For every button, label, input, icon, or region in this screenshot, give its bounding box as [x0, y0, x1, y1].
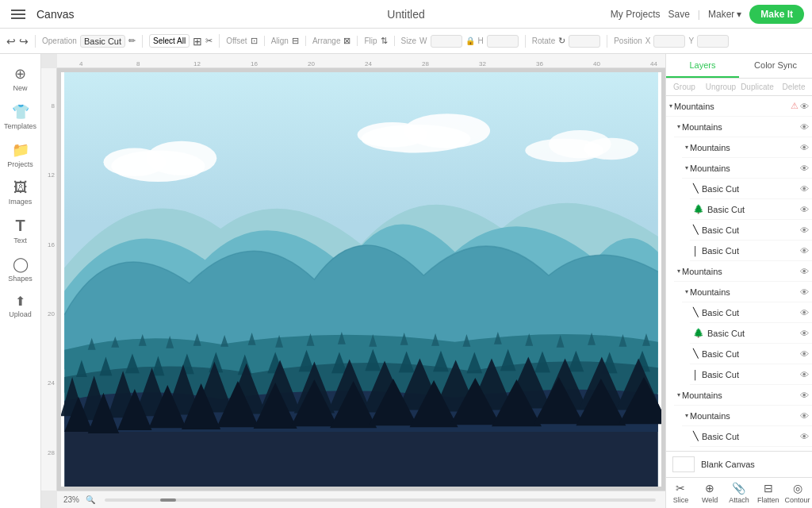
- layer-item[interactable]: │ Basic Cut 👁: [690, 241, 812, 261]
- height-input[interactable]: [487, 35, 519, 48]
- expand-arrow[interactable]: ▾: [677, 267, 680, 275]
- edit-pencil-icon[interactable]: ✏: [128, 36, 136, 46]
- expand-arrow[interactable]: ▾: [685, 164, 688, 171]
- blank-canvas-row[interactable]: Blank Canvas: [666, 452, 812, 477]
- width-input[interactable]: [431, 35, 462, 48]
- sidebar-item-text[interactable]: T Text: [2, 212, 39, 249]
- slice-tool[interactable]: ✂ Slice: [666, 478, 695, 508]
- slash-icon: ╲: [693, 225, 699, 235]
- panel-bottom: Blank Canvas: [666, 451, 812, 477]
- undo-icon[interactable]: ↩: [6, 35, 16, 48]
- layer-item[interactable]: │ Basic Cut 👁: [690, 364, 812, 385]
- edit-icon[interactable]: ✂: [205, 36, 213, 46]
- visibility-icon[interactable]: 👁: [800, 143, 809, 152]
- canvas-area[interactable]: 4 8 12 16 20 24 28 32 36 40 44 8 12 16 2…: [41, 54, 665, 508]
- layer-item[interactable]: ▾ Mountains 👁: [674, 385, 812, 406]
- layer-item[interactable]: ▾ Mountains 👁: [674, 261, 812, 282]
- sidebar-item-projects[interactable]: 📁 Projects: [2, 137, 39, 173]
- lock-icon[interactable]: 🔒: [465, 37, 475, 45]
- visibility-icon[interactable]: 👁: [800, 391, 809, 400]
- flatten-tool[interactable]: ⊟ Flatten: [753, 478, 783, 508]
- templates-icon: 👕: [12, 103, 29, 121]
- visibility-icon[interactable]: 👁: [800, 329, 809, 338]
- layer-item[interactable]: ▾ Mountains 👁: [682, 158, 812, 179]
- sidebar-item-images[interactable]: 🖼 Images: [2, 175, 39, 210]
- expand-arrow[interactable]: ▾: [685, 288, 688, 295]
- tab-color-sync[interactable]: Color Sync: [739, 54, 812, 78]
- visibility-icon[interactable]: 👁: [800, 432, 809, 441]
- layer-item[interactable]: ╲ Basic Cut 👁: [690, 302, 812, 323]
- visibility-icon[interactable]: 👁: [800, 246, 809, 256]
- x-input[interactable]: [653, 35, 685, 48]
- select-all-button[interactable]: Select All: [149, 34, 190, 48]
- sidebar-item-templates[interactable]: 👕 Templates: [2, 98, 39, 135]
- panel-tabs: Layers Color Sync: [666, 54, 812, 79]
- expand-arrow[interactable]: ▾: [685, 144, 688, 151]
- visibility-icon[interactable]: 👁: [800, 102, 809, 111]
- layers-list: ▾ Mountains ⚠ 👁 ▾ Mountains 👁 ▾ Mountain…: [666, 96, 812, 451]
- expand-arrow[interactable]: ▾: [685, 412, 688, 419]
- rotate-input[interactable]: [569, 35, 600, 48]
- group-button[interactable]: Group: [666, 79, 703, 95]
- make-it-button[interactable]: Make It: [749, 5, 804, 24]
- layer-item[interactable]: ╲ Basic Cut 👁: [690, 344, 812, 364]
- visibility-icon[interactable]: 👁: [800, 164, 809, 173]
- expand-arrow[interactable]: ▾: [677, 123, 680, 130]
- offset-icon[interactable]: ⊡: [251, 36, 258, 46]
- layer-item[interactable]: ╲ Basic Cut 👁: [690, 179, 812, 199]
- layer-item[interactable]: ╲ Basic Cut 👁: [690, 426, 812, 447]
- canvas-content[interactable]: [61, 72, 661, 487]
- layer-item[interactable]: ╲ Basic Cut 👁: [690, 220, 812, 241]
- zoom-icon: 🔍: [86, 495, 95, 504]
- visibility-icon[interactable]: 👁: [800, 122, 809, 132]
- weld-tool[interactable]: ⊕ Weld: [695, 478, 725, 508]
- visibility-icon[interactable]: 👁: [800, 287, 809, 297]
- layer-item[interactable]: ▾ Mountains ⚠ 👁: [666, 96, 812, 117]
- my-projects-button[interactable]: My Projects: [611, 9, 661, 20]
- arrange-icon[interactable]: ⊠: [343, 36, 350, 46]
- visibility-icon[interactable]: 👁: [800, 370, 809, 379]
- visibility-icon[interactable]: 👁: [800, 411, 809, 421]
- ungroup-button[interactable]: Ungroup: [703, 79, 739, 95]
- layer-item[interactable]: ▾ Mountains 👁: [682, 137, 812, 158]
- new-icon: ⊕: [14, 65, 26, 83]
- tree-icon: 🌲: [693, 204, 704, 214]
- visibility-icon[interactable]: 👁: [800, 267, 809, 276]
- menu-button[interactable]: [8, 6, 29, 22]
- layer-item[interactable]: 🌲 Basic Cut 👁: [690, 199, 812, 220]
- attach-tool[interactable]: 📎 Attach: [725, 478, 754, 508]
- flip-icon[interactable]: ⇅: [381, 36, 388, 46]
- canvas-title: Canvas: [36, 8, 74, 21]
- delete-button[interactable]: Delete: [776, 79, 812, 95]
- save-button[interactable]: Save: [668, 9, 689, 20]
- toolbar-flip: Flip ⇅: [364, 36, 394, 46]
- canvas-background[interactable]: [57, 68, 665, 491]
- select-icon[interactable]: ⊞: [193, 35, 202, 48]
- y-input[interactable]: [697, 35, 729, 48]
- visibility-icon[interactable]: 👁: [800, 184, 809, 194]
- layer-item[interactable]: ▾ Mountains 👁: [674, 117, 812, 137]
- sidebar-item-shapes[interactable]: ◯ Shapes: [2, 251, 39, 287]
- layer-item[interactable]: ▾ Mountains 👁: [682, 282, 812, 302]
- maker-button[interactable]: Maker ▾: [708, 9, 741, 20]
- toolbar-size: Size W 🔒 H: [401, 35, 526, 48]
- rotate-icon[interactable]: ↻: [558, 36, 565, 46]
- expand-arrow[interactable]: ▾: [669, 102, 672, 110]
- projects-icon: 📁: [12, 141, 29, 159]
- redo-icon[interactable]: ↪: [19, 35, 29, 48]
- tab-layers[interactable]: Layers: [666, 54, 739, 78]
- sidebar-item-new[interactable]: ⊕ New: [2, 60, 39, 97]
- visibility-icon[interactable]: 👁: [800, 205, 809, 214]
- images-icon: 🖼: [13, 179, 28, 196]
- visibility-icon[interactable]: 👁: [800, 349, 809, 359]
- layer-item[interactable]: ▾ Mountains 👁: [682, 406, 812, 426]
- visibility-icon[interactable]: 👁: [800, 308, 809, 318]
- layer-item[interactable]: 🌲 Basic Cut 👁: [690, 323, 812, 344]
- slice-icon: ✂: [676, 482, 685, 495]
- expand-arrow[interactable]: ▾: [677, 391, 680, 398]
- visibility-icon[interactable]: 👁: [800, 225, 809, 235]
- align-icon[interactable]: ⊟: [292, 36, 299, 46]
- duplicate-button[interactable]: Duplicate: [739, 79, 776, 95]
- sidebar-item-upload[interactable]: ⬆ Upload: [2, 289, 39, 323]
- contour-tool[interactable]: ◎ Contour: [783, 478, 812, 508]
